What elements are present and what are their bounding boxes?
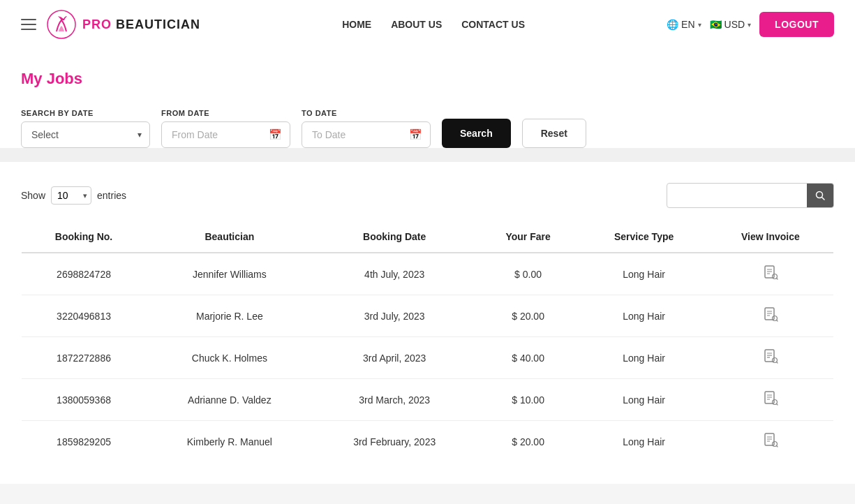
language-selector[interactable]: 🌐 EN ▾	[667, 19, 701, 30]
search-by-date-select[interactable]: Select Today This Week This Month	[21, 121, 150, 148]
currency-flag-icon: 🇧🇷	[710, 19, 722, 30]
cell-fare: $ 40.00	[476, 337, 581, 379]
cell-booking-no: 2698824728	[22, 253, 147, 295]
view-invoice-icon[interactable]	[763, 267, 778, 283]
cell-booking-date: 3rd July, 2023	[313, 295, 476, 337]
cell-fare: $ 20.00	[476, 421, 581, 463]
cell-booking-date: 3rd March, 2023	[313, 379, 476, 421]
cell-service-type: Long Hair	[580, 421, 707, 463]
filter-bar: SEARCH BY DATE Select Today This Week Th…	[21, 109, 834, 148]
cell-fare: $ 10.00	[476, 379, 581, 421]
table-row: 3220496813 Marjorie R. Lee 3rd July, 202…	[22, 295, 834, 337]
table-row: 2698824728 Jennifer Williams 4th July, 2…	[22, 253, 834, 295]
lang-label: EN	[681, 19, 694, 30]
table-search-input[interactable]	[667, 186, 807, 205]
svg-line-14	[776, 320, 778, 322]
table-controls: Show 10 25 50 100 entries	[21, 183, 834, 208]
search-button[interactable]: Search	[442, 119, 511, 148]
logo: PRO BEAUTICIAN	[46, 9, 200, 40]
main-nav: HOME ABOUT US CONTACT US	[342, 19, 525, 30]
currency-selector[interactable]: 🇧🇷 USD ▾	[710, 19, 752, 30]
from-date-label: FROM DATE	[161, 109, 290, 117]
cell-view-invoice[interactable]	[708, 379, 834, 421]
col-beautician: Beautician	[146, 221, 313, 253]
header-right: 🌐 EN ▾ 🇧🇷 USD ▾ LOGOUT	[667, 12, 834, 37]
currency-chevron-icon: ▾	[748, 21, 751, 29]
view-invoice-icon[interactable]	[763, 393, 778, 408]
cell-view-invoice[interactable]	[708, 253, 834, 295]
table-body: 2698824728 Jennifer Williams 4th July, 2…	[22, 253, 834, 463]
cell-booking-no: 3220496813	[22, 295, 147, 337]
cell-beautician: Jennifer Williams	[146, 253, 313, 295]
show-entries-control: Show 10 25 50 100 entries	[21, 186, 126, 205]
nav-contact[interactable]: CONTACT US	[461, 19, 525, 30]
cell-booking-no: 1380059368	[22, 379, 147, 421]
show-label: Show	[21, 190, 45, 201]
reset-button[interactable]: Reset	[522, 119, 586, 148]
site-header: PRO BEAUTICIAN HOME ABOUT US CONTACT US …	[0, 0, 855, 49]
currency-label: USD	[724, 19, 745, 30]
search-icon	[815, 191, 825, 200]
hamburger-icon[interactable]	[21, 19, 36, 30]
cell-beautician: Chuck K. Holmes	[146, 337, 313, 379]
lang-flag-icon: 🌐	[667, 19, 678, 30]
cell-service-type: Long Hair	[580, 253, 707, 295]
nav-home[interactable]: HOME	[342, 19, 371, 30]
table-section: Show 10 25 50 100 entries	[0, 162, 855, 484]
jobs-table: Booking No. Beautician Booking Date Your…	[21, 221, 834, 463]
table-row: 1872272886 Chuck K. Holmes 3rd April, 20…	[22, 337, 834, 379]
svg-line-20	[776, 362, 778, 364]
cell-view-invoice[interactable]	[708, 421, 834, 463]
cell-service-type: Long Hair	[580, 379, 707, 421]
view-invoice-icon[interactable]	[763, 435, 778, 450]
from-date-group: FROM DATE 📅	[161, 109, 290, 148]
cell-booking-date: 4th July, 2023	[313, 253, 476, 295]
cell-service-type: Long Hair	[580, 295, 707, 337]
page-title: My Jobs	[21, 70, 834, 88]
svg-line-26	[776, 404, 778, 406]
entries-label: entries	[97, 190, 126, 201]
table-search-button[interactable]	[807, 183, 833, 208]
svg-line-32	[776, 446, 778, 447]
cell-beautician: Adrianne D. Valdez	[146, 379, 313, 421]
col-service-type: Service Type	[580, 221, 707, 253]
page-content: My Jobs SEARCH BY DATE Select Today This…	[0, 49, 855, 148]
view-invoice-icon[interactable]	[763, 309, 778, 325]
lang-chevron-icon: ▾	[698, 21, 701, 29]
to-date-wrapper: 📅	[302, 121, 431, 148]
col-view-invoice: View Invoice	[708, 221, 834, 253]
cell-beautician: Marjorie R. Lee	[146, 295, 313, 337]
logout-button[interactable]: LOGOUT	[759, 12, 834, 37]
table-search-box	[667, 183, 834, 208]
col-your-fare: Your Fare	[476, 221, 581, 253]
table-header: Booking No. Beautician Booking Date Your…	[22, 221, 834, 253]
from-date-input[interactable]	[161, 121, 290, 148]
nav-about[interactable]: ABOUT US	[391, 19, 442, 30]
header-left: PRO BEAUTICIAN	[21, 9, 200, 40]
logo-text: PRO BEAUTICIAN	[82, 17, 200, 32]
section-divider	[0, 148, 855, 162]
to-date-label: TO DATE	[302, 109, 431, 117]
entries-select-wrapper: 10 25 50 100	[51, 186, 91, 205]
cell-fare: $ 0.00	[476, 253, 581, 295]
cell-view-invoice[interactable]	[708, 295, 834, 337]
svg-point-0	[47, 10, 75, 38]
to-date-input[interactable]	[302, 121, 431, 148]
cell-service-type: Long Hair	[580, 337, 707, 379]
cell-beautician: Kimberly R. Manuel	[146, 421, 313, 463]
cell-fare: $ 20.00	[476, 295, 581, 337]
cell-booking-date: 3rd April, 2023	[313, 337, 476, 379]
to-date-group: TO DATE 📅	[302, 109, 431, 148]
view-invoice-icon[interactable]	[763, 351, 778, 366]
cell-booking-no: 1859829205	[22, 421, 147, 463]
entries-select[interactable]: 10 25 50 100	[51, 186, 91, 205]
cell-view-invoice[interactable]	[708, 337, 834, 379]
logo-icon	[46, 9, 77, 40]
col-booking-date: Booking Date	[313, 221, 476, 253]
from-date-wrapper: 📅	[161, 121, 290, 148]
search-by-date-select-wrapper: Select Today This Week This Month ▾	[21, 121, 150, 148]
col-booking-no: Booking No.	[22, 221, 147, 253]
cell-booking-no: 1872272886	[22, 337, 147, 379]
search-by-date-label: SEARCH BY DATE	[21, 109, 150, 117]
cell-booking-date: 3rd February, 2023	[313, 421, 476, 463]
